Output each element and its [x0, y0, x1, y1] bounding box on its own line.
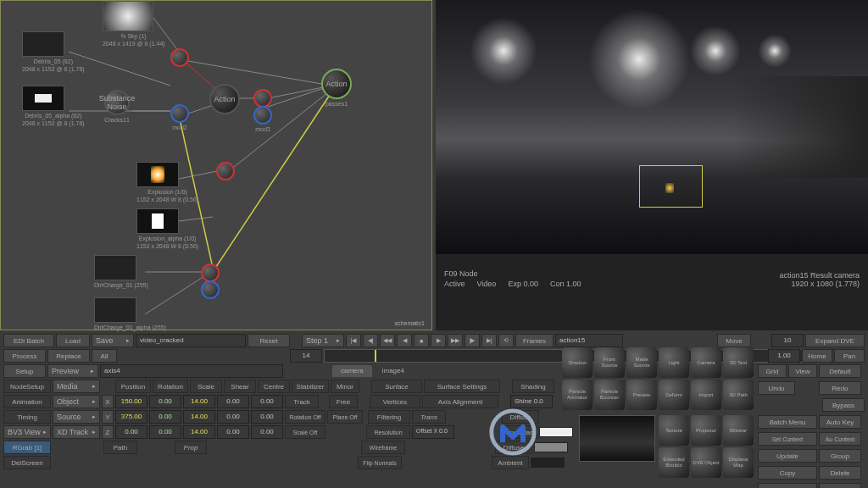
sphere-camera[interactable]: Camera [691, 347, 721, 378]
step-dropdown[interactable]: Step 1 [302, 334, 344, 347]
sphere-deform[interactable]: Deform [659, 380, 689, 410]
play-fwd[interactable]: ▶ [431, 334, 446, 347]
edit-batch-button[interactable]: EDI Batch [3, 334, 54, 347]
sphere-matte-source[interactable]: Matte Source [626, 347, 657, 378]
sphere-projector[interactable]: Projector [691, 415, 721, 446]
svg-line-14 [213, 92, 331, 272]
replace-button[interactable]: Replace [47, 349, 90, 363]
timeline-start[interactable]: 14 [290, 349, 322, 363]
sphere-3d-path[interactable]: 3D Path [723, 380, 754, 410]
frame-spinner[interactable]: 10 [771, 334, 804, 347]
axis-field[interactable]: axis4 [100, 364, 283, 378]
reset-button[interactable]: Reset [248, 334, 290, 347]
process-button[interactable]: Process [3, 349, 46, 363]
play-last[interactable]: ▶| [481, 334, 497, 347]
sphere-import[interactable]: Import [691, 380, 721, 410]
expand-dve-button[interactable]: Expand DVE [805, 334, 865, 347]
sphere-3d-text[interactable]: 3D Text [723, 347, 754, 378]
play-prev[interactable]: ◀◀ [380, 334, 395, 347]
setup-button[interactable]: Setup [3, 364, 46, 378]
sphere-texture[interactable]: Texture [659, 415, 689, 446]
project-field[interactable]: action15 [555, 334, 623, 347]
result-thumbnail [579, 415, 655, 462]
sphere-displace-map[interactable]: Displace Map [723, 447, 754, 478]
node-fxsky-label: fx Sky (1) [103, 33, 165, 39]
diffuse-swatch[interactable] [534, 442, 568, 452]
sphere-light[interactable]: Light [659, 347, 689, 378]
home-button[interactable]: Home [802, 349, 832, 363]
control-panel: EDI Batch Load Save video_cracked Reset … [0, 330, 868, 488]
filename-field[interactable]: video_cracked [136, 334, 246, 347]
play-prev-kf[interactable]: ◀| [363, 334, 378, 347]
play-stop[interactable]: ■ [414, 334, 429, 347]
sphere-dve-object[interactable]: DVE Object [691, 447, 721, 478]
tab-image4[interactable]: image4 [374, 365, 413, 377]
play-next-kf[interactable]: |▶ [465, 334, 480, 347]
sphere-particle-bouncer[interactable]: Particle Bouncer [594, 380, 625, 410]
frames-label: Frames [515, 334, 554, 347]
sphere-particle-animator[interactable]: Particle Animator [562, 380, 593, 410]
preview-viewport[interactable]: F09 Node Active Video Exp 0.00 Con 1.00 … [436, 0, 868, 330]
sphere-front-source[interactable]: Front Source [594, 347, 625, 378]
play-back[interactable]: ◀ [397, 334, 412, 347]
ambient-swatch[interactable] [531, 458, 565, 468]
move-button[interactable]: Move [717, 334, 751, 347]
load-button[interactable]: Load [56, 334, 90, 347]
sphere-ext-bicubic[interactable]: Extended Bicubic [659, 447, 689, 478]
node-schematic-editor[interactable]: fx Sky (1) 2048 x 1419 @ 8 (1.44) Debris… [0, 0, 432, 330]
play-first[interactable]: |◀ [346, 334, 361, 347]
sphere-presets[interactable]: Presets [626, 380, 657, 410]
pan-button[interactable]: Pan [834, 349, 865, 363]
tab-camera[interactable]: camera [332, 365, 372, 377]
play-next[interactable]: ▶▶ [448, 334, 463, 347]
all-button[interactable]: All [92, 349, 117, 363]
preview-dropdown[interactable]: Preview [47, 364, 98, 378]
play-loop[interactable]: ⟲ [498, 334, 514, 347]
save-dropdown[interactable]: Save [92, 334, 134, 347]
svg-line-8 [183, 60, 331, 86]
rgrab-button[interactable]: RGrab [1] [3, 441, 51, 454]
specular-swatch[interactable] [539, 427, 573, 437]
svg-line-11 [230, 90, 331, 170]
sphere-bilinear[interactable]: Bilinear [723, 415, 754, 446]
sphere-shadow[interactable]: Shadow [562, 347, 593, 378]
